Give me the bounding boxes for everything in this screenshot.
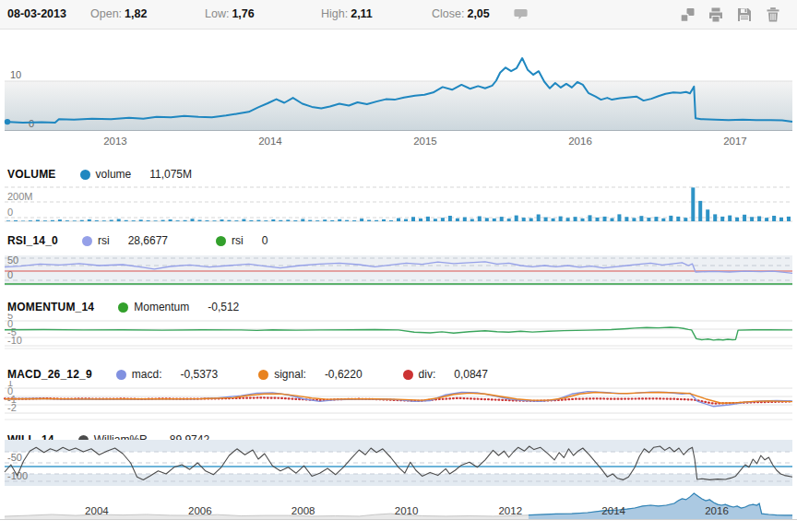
volume-chart[interactable]: 200M0 — [0, 183, 797, 227]
momentum-series-value: -0,512 — [208, 301, 239, 313]
date-label: 08-03-2013 — [7, 7, 66, 20]
close-label: Close: — [432, 7, 464, 20]
price-start-marker — [5, 119, 10, 124]
signal-series-label: signal: — [274, 368, 306, 381]
price-chart[interactable]: 10 020132014201520162017 — [0, 37, 797, 153]
svg-text:-50: -50 — [7, 452, 22, 463]
svg-text:2014: 2014 — [601, 505, 625, 516]
open-value: 1,82 — [125, 7, 147, 20]
svg-text:2017: 2017 — [723, 136, 747, 147]
volume-series-label: volume — [96, 168, 132, 181]
svg-text:0: 0 — [7, 207, 13, 218]
svg-text:2006: 2006 — [188, 505, 212, 516]
svg-text:2008: 2008 — [291, 505, 315, 516]
comment-icon[interactable] — [513, 6, 529, 23]
svg-text:2016: 2016 — [568, 136, 592, 147]
rsi2-series-dot[interactable] — [216, 236, 226, 246]
open-label: Open: — [90, 7, 122, 20]
momentum-legend: MOMENTUM_14 Momentum -0,512 — [7, 301, 239, 313]
print-icon[interactable] — [708, 6, 724, 23]
svg-text:-10: -10 — [7, 335, 22, 346]
svg-text:2010: 2010 — [395, 505, 419, 516]
high-field: High:2,11 — [321, 7, 373, 20]
div-series-dot[interactable] — [403, 370, 413, 380]
high-value: 2,11 — [351, 7, 373, 20]
volume-series-value: 11,075M — [149, 168, 192, 181]
low-label: Low: — [205, 7, 229, 20]
rsi2-series-label: rsi — [232, 234, 244, 247]
overbought-zone — [5, 440, 792, 452]
volume-bars: 200M0 — [5, 187, 792, 221]
momentum-series-label: Momentum — [134, 301, 189, 313]
svg-text:2015: 2015 — [413, 136, 437, 147]
rsi-series-value: 28,6677 — [128, 234, 168, 247]
momentum-chart[interactable]: 5 0 -5 -10 — [0, 313, 797, 356]
volume-panel-title: VOLUME — [7, 168, 56, 181]
signal-series-value: -0,6220 — [325, 368, 363, 381]
save-icon[interactable] — [736, 6, 753, 23]
close-value: 2,05 — [467, 7, 489, 20]
williams-chart[interactable]: -50-100 — [0, 438, 797, 490]
div-series-value: 0,0847 — [454, 368, 488, 381]
rsi-series-label: rsi — [98, 234, 110, 247]
price-plot-band — [5, 81, 792, 131]
rsi-series-dot[interactable] — [82, 236, 92, 246]
low-value: 1,76 — [232, 7, 254, 20]
svg-text:10: 10 — [10, 69, 21, 80]
macd-legend: MACD_26_12_9 macd: -0,5373 signal: -0,62… — [7, 368, 488, 381]
open-field: Open:1,82 — [90, 7, 147, 20]
ohlc-header: 08-03-2013 Open:1,82 Low:1,76 High:2,11 … — [0, 0, 797, 30]
rsi-chart[interactable]: 500 — [0, 253, 797, 291]
svg-text:2012: 2012 — [498, 505, 522, 516]
close-field: Close:2,05 — [432, 7, 490, 20]
momentum-panel-title: MOMENTUM_14 — [7, 301, 94, 313]
svg-text:2013: 2013 — [103, 136, 127, 147]
macd-series-dot[interactable] — [116, 370, 126, 380]
range-navigator[interactable]: 2004200620082010201220142016 — [0, 491, 797, 525]
signal-line — [5, 393, 792, 404]
svg-text:2016: 2016 — [705, 505, 729, 516]
delete-icon[interactable] — [765, 6, 781, 23]
div-series-label: div: — [419, 368, 436, 381]
rsi-panel-title: RSI_14_0 — [7, 234, 58, 247]
svg-text:-2: -2 — [7, 402, 17, 413]
rsi-legend: RSI_14_0 rsi 28,6677 rsi 0 — [7, 234, 268, 247]
macd-series-value: -0,5373 — [180, 368, 218, 381]
svg-text:200M: 200M — [7, 191, 33, 202]
oversold-zone — [5, 474, 792, 486]
macd-series-label: macd: — [132, 368, 162, 381]
volume-legend: VOLUME volume 11,075M — [7, 168, 192, 181]
svg-text:2014: 2014 — [258, 136, 282, 147]
signal-series-dot[interactable] — [258, 370, 268, 380]
high-label: High: — [321, 7, 348, 20]
resize-icon[interactable] — [679, 6, 696, 23]
macd-panel-title: MACD_26_12_9 — [7, 368, 92, 381]
low-field: Low:1,76 — [205, 7, 255, 20]
macd-chart[interactable]: 1 0 -1 -2 — [0, 381, 797, 425]
chart-application: 08-03-2013 Open:1,82 Low:1,76 High:2,11 … — [0, 0, 797, 532]
rsi2-series-value: 0 — [262, 234, 268, 247]
volume-series-dot[interactable] — [80, 170, 90, 180]
momentum-series-dot[interactable] — [118, 302, 128, 313]
svg-text:2004: 2004 — [85, 505, 109, 516]
svg-text:0: 0 — [29, 118, 34, 129]
svg-text:50: 50 — [7, 254, 18, 266]
